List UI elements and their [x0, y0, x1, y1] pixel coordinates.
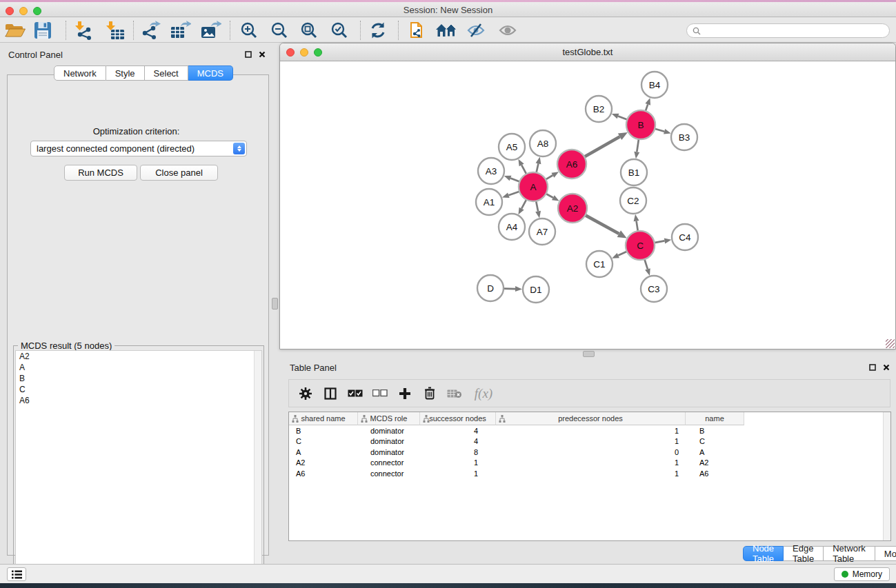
table-row[interactable]: A6connector11A6 — [289, 468, 890, 479]
column-header-shared-name[interactable]: shared name — [289, 412, 358, 425]
mcds-result-item[interactable]: A — [16, 362, 261, 373]
network-canvas[interactable]: AA1A2A3A4A5A6A7A8BB1B2B3B4CC1C2C3C4DD1 — [281, 61, 895, 349]
graph-edge-C-C3[interactable] — [644, 259, 648, 269]
apply-function-icon[interactable]: f(x) — [470, 383, 497, 404]
graph-edge-B-B1[interactable] — [637, 139, 639, 152]
graph-edge-A-A1[interactable] — [508, 192, 519, 195]
graph-edge-arrowhead — [612, 114, 619, 119]
column-header-MCDS-role[interactable]: MCDS role — [358, 412, 420, 425]
graph-edge-A-A5[interactable] — [521, 165, 526, 174]
mcds-result-item[interactable]: B — [16, 373, 261, 384]
graph-edge-D-D1[interactable] — [504, 289, 515, 290]
mcds-result-item[interactable]: A6 — [16, 395, 261, 406]
export-table-icon[interactable] — [169, 21, 192, 40]
duplicate-network-icon[interactable] — [406, 21, 429, 40]
mcds-result-items: A2ABCA6 — [16, 351, 261, 406]
search-field[interactable] — [686, 23, 890, 38]
run-mcds-button[interactable]: Run MCDS — [64, 165, 137, 181]
tab-node-table[interactable]: Node Table — [743, 546, 784, 561]
table-row[interactable]: Adominator80A — [289, 447, 890, 458]
search-input[interactable] — [704, 26, 889, 36]
delete-table-icon[interactable] — [445, 383, 464, 404]
graph-node-label: C4 — [679, 232, 691, 243]
hide-selected-icon[interactable] — [464, 21, 488, 40]
horizontal-split-handle[interactable] — [583, 351, 595, 357]
tab-edge-table[interactable]: Edge Table — [784, 546, 824, 561]
zoom-selected-icon[interactable] — [328, 21, 351, 40]
graph-edge-B-B2[interactable] — [618, 116, 627, 120]
table-options-icon[interactable] — [296, 383, 315, 404]
table-row[interactable]: Cdominator41C — [289, 436, 890, 447]
open-session-icon[interactable] — [3, 21, 27, 40]
tab-network-table[interactable]: Network Table — [824, 546, 875, 561]
select-all-icon[interactable] — [346, 383, 365, 404]
graph-node-label: C — [637, 241, 644, 251]
mcds-result-list[interactable]: A2ABCA6 — [15, 350, 262, 582]
table-scrollbar[interactable] — [883, 412, 890, 540]
mcds-list-scrollbar[interactable] — [254, 351, 261, 581]
tab-network[interactable]: Network — [54, 65, 106, 81]
graph-node-label: D1 — [530, 285, 541, 295]
column-manager-icon[interactable] — [321, 383, 340, 404]
export-network-icon[interactable] — [139, 21, 162, 40]
table-row[interactable]: A2connector11A2 — [289, 458, 890, 469]
zoom-in-icon[interactable] — [237, 21, 261, 40]
graph-node-label: C1 — [593, 259, 605, 270]
close-panel-button[interactable]: Close panel — [140, 165, 218, 181]
delete-column-icon[interactable] — [420, 383, 439, 404]
table-cell: B — [686, 427, 744, 435]
import-network-icon[interactable] — [72, 21, 96, 40]
column-header-predecessor-nodes[interactable]: predecessor nodes — [496, 412, 686, 425]
graph-edge-A2-C[interactable] — [585, 215, 619, 234]
tab-motifs[interactable]: Motifs — [875, 546, 896, 561]
float-panel-icon[interactable] — [245, 51, 252, 58]
add-column-icon[interactable] — [395, 383, 415, 404]
unselect-all-icon[interactable] — [370, 383, 390, 404]
zoom-fit-icon[interactable] — [297, 21, 321, 40]
refresh-icon[interactable] — [366, 21, 390, 40]
close-panel-icon[interactable] — [883, 364, 890, 371]
zoom-out-icon[interactable] — [268, 21, 291, 40]
criterion-dropdown[interactable]: largest connected component (directed) — [30, 141, 247, 156]
window-resize-grip[interactable] — [886, 339, 895, 348]
export-image-icon[interactable] — [199, 21, 223, 40]
graph-edge-A-A8[interactable] — [537, 163, 539, 172]
close-panel-icon[interactable] — [259, 51, 266, 58]
save-session-icon[interactable] — [31, 21, 54, 40]
show-all-icon[interactable] — [496, 21, 519, 40]
graph-edge-B-B3[interactable] — [655, 129, 664, 132]
mcds-result-item[interactable]: A2 — [16, 351, 261, 362]
graph-edge-C-C1[interactable] — [618, 252, 627, 256]
graph-edge-arrowhead — [535, 211, 541, 219]
graph-edge-A-A6[interactable] — [546, 175, 552, 179]
column-header-successor-nodes[interactable]: successor nodes — [420, 412, 496, 425]
graph-edge-C-C4[interactable] — [655, 241, 665, 243]
home-view-icon[interactable] — [435, 21, 458, 40]
main-toolbar — [0, 18, 896, 43]
graph-edge-A-A3[interactable] — [510, 179, 519, 182]
memory-button[interactable]: Memory — [834, 567, 890, 581]
graph-edge-arrowhead — [515, 286, 522, 292]
float-panel-icon[interactable] — [869, 364, 876, 371]
graph-edge-A-A2[interactable] — [546, 194, 552, 198]
mcds-result-item[interactable]: C — [16, 384, 261, 395]
table-cell: dominator — [358, 437, 420, 445]
import-table-icon[interactable] — [103, 21, 127, 40]
tab-style[interactable]: Style — [106, 65, 145, 81]
table-cell: connector — [358, 458, 420, 467]
tab-select[interactable]: Select — [145, 65, 188, 81]
task-history-button[interactable] — [7, 567, 26, 581]
graph-edge-A-A7[interactable] — [536, 201, 538, 212]
control-panel-content: Optimization criterion: largest connecte… — [7, 74, 269, 556]
vertical-split-handle[interactable] — [272, 298, 278, 310]
table-row[interactable]: Bdominator41B — [289, 425, 890, 436]
graph-edge-A-A4[interactable] — [521, 200, 526, 209]
tab-mcds[interactable]: MCDS — [188, 65, 233, 81]
graph-node-label: C2 — [627, 196, 639, 206]
graph-edge-A6-B[interactable] — [584, 136, 619, 156]
graph-edge-C-C2[interactable] — [637, 221, 638, 232]
graph-edge-B-B4[interactable] — [646, 104, 648, 111]
column-header-name[interactable]: name — [686, 412, 744, 425]
memory-status-icon — [842, 571, 848, 578]
network-window-titlebar[interactable]: testGlobe.txt — [280, 43, 895, 61]
